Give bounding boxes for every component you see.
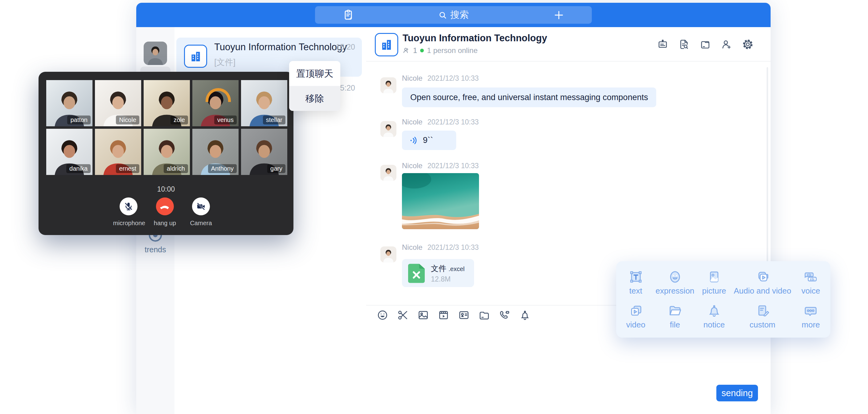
voice-message-bubble[interactable]: 9`` <box>402 131 456 150</box>
more-icon <box>803 304 818 318</box>
conversation-title: Tuoyun Information Technology <box>214 41 347 53</box>
message-meta: Nicole 2021/12/3 10:33 <box>402 118 479 126</box>
avatar <box>380 247 396 262</box>
participant-name: venus <box>214 116 237 124</box>
video-icon <box>628 304 643 318</box>
add-icon[interactable] <box>553 9 565 21</box>
group-notice-icon[interactable] <box>657 39 668 50</box>
video-tile: aldrich <box>144 129 190 175</box>
chat-status: 1 1 person online <box>403 46 477 55</box>
online-dot <box>420 49 424 52</box>
search-bar[interactable]: 搜索 <box>315 6 592 24</box>
video-tile: zole <box>144 80 190 126</box>
chat-title: Tuoyun Information Technology <box>403 33 547 44</box>
participant-name: Nicole <box>116 116 139 124</box>
panel-item-notice[interactable]: notice <box>694 299 734 333</box>
search-placeholder: 搜索 <box>450 9 469 21</box>
participant-name: gary <box>267 164 285 173</box>
chat-header: Tuoyun Information Technology 1 1 person… <box>366 27 771 62</box>
text-icon <box>628 269 643 284</box>
avatar <box>380 77 396 93</box>
image-message-beach[interactable] <box>402 173 479 229</box>
notice-bell-icon <box>707 304 721 318</box>
expression-icon <box>668 269 682 284</box>
send-button[interactable]: sending <box>716 385 758 402</box>
conversation-time: 15:20 <box>336 42 355 52</box>
file-name: 文件 .excel <box>431 263 465 274</box>
members-icon <box>403 47 410 54</box>
file-message-card[interactable]: 文件 .excel 12.8M <box>402 259 474 287</box>
app-topbar: 搜索 <box>136 3 771 27</box>
video-clip-icon[interactable] <box>438 309 450 321</box>
picture-icon[interactable] <box>417 309 429 321</box>
settings-gear-icon[interactable] <box>742 39 753 50</box>
notification-bell-icon[interactable] <box>519 309 531 321</box>
message-time: 2021/12/3 10:33 <box>428 74 479 83</box>
trends-label: trends <box>136 245 175 254</box>
avatar[interactable] <box>144 41 167 65</box>
chat-header-actions <box>657 39 753 50</box>
call-icon[interactable] <box>499 309 510 321</box>
panel-item-more[interactable]: more <box>791 299 830 333</box>
video-grid: patton Nicole zole venus stellar danika … <box>46 80 287 175</box>
message-meta: Nicole 2021/12/3 10:33 <box>402 161 479 170</box>
folder-icon[interactable] <box>478 309 490 321</box>
context-menu: 置顶聊天 移除 <box>289 61 340 111</box>
menu-item-remove[interactable]: 移除 <box>289 86 340 111</box>
chat-history-search-icon[interactable] <box>678 39 689 50</box>
file-ext: .excel <box>448 265 465 272</box>
menu-item-pin-chat[interactable]: 置顶聊天 <box>289 61 340 86</box>
panel-item-voice[interactable]: voice <box>791 265 830 299</box>
text-message-bubble: Open source, free, and universal instant… <box>402 88 656 107</box>
video-tile: Nicole <box>95 80 141 126</box>
sender-name: Nicole <box>402 243 423 252</box>
online-status: 1 person online <box>427 46 477 55</box>
camera-label: Camera <box>176 220 226 227</box>
sender-name: Nicole <box>402 161 423 170</box>
panel-item-expression[interactable]: expression <box>655 265 694 299</box>
group-avatar-icon <box>184 45 207 68</box>
file-folder-icon <box>668 304 682 318</box>
panel-item-file[interactable]: file <box>655 299 694 333</box>
group-file-icon[interactable] <box>700 39 711 50</box>
video-call-overlay: patton Nicole zole venus stellar danika … <box>38 72 293 235</box>
member-count: 1 <box>413 46 417 55</box>
microphone-mute-button[interactable] <box>120 197 137 215</box>
conversation-last-message: [文件] <box>214 57 236 68</box>
avatar <box>380 165 396 181</box>
screenshot-scissors-icon[interactable] <box>397 309 409 321</box>
participant-name: ernest <box>116 164 139 173</box>
participant-name: zole <box>170 116 188 124</box>
participant-name: Anthony <box>208 164 237 173</box>
composer-toolbar <box>377 309 531 321</box>
participant-name: danika <box>66 164 91 173</box>
voice-duration: 9`` <box>423 135 433 145</box>
camera-off-button[interactable] <box>192 197 210 215</box>
contact-card-icon[interactable] <box>458 309 470 321</box>
message-time: 2021/12/3 10:33 <box>428 118 479 126</box>
search-input[interactable]: 搜索 <box>315 6 592 24</box>
message-meta: Nicole 2021/12/3 10:33 <box>402 74 479 83</box>
panel-item-picture[interactable]: picture <box>694 265 734 299</box>
composer-type-panel: text expression picture Audio and video <box>616 261 830 338</box>
call-timer: 10:00 <box>38 185 293 193</box>
page: 搜索 <box>0 0 868 414</box>
file-size: 12.8M <box>431 275 451 283</box>
search-icon <box>438 10 447 20</box>
panel-item-video[interactable]: video <box>616 299 655 333</box>
hang-up-button[interactable] <box>156 197 174 215</box>
panel-item-custom[interactable]: custom <box>734 299 791 333</box>
add-member-icon[interactable] <box>721 39 732 50</box>
emoji-icon[interactable] <box>377 309 389 321</box>
panel-item-audio-video[interactable]: Audio and video <box>734 265 791 299</box>
video-tile: ernest <box>95 129 141 175</box>
participant-name: patton <box>67 116 91 124</box>
chat-window: Tuoyun Information Technology 1 1 person… <box>366 27 771 414</box>
video-tile: venus <box>192 80 239 126</box>
panel-item-text[interactable]: text <box>616 265 655 299</box>
avatar <box>380 121 396 137</box>
sender-name: Nicole <box>402 118 423 126</box>
video-tile: stellar <box>241 80 287 126</box>
voice-wave-icon <box>409 136 418 145</box>
sender-name: Nicole <box>402 74 423 83</box>
